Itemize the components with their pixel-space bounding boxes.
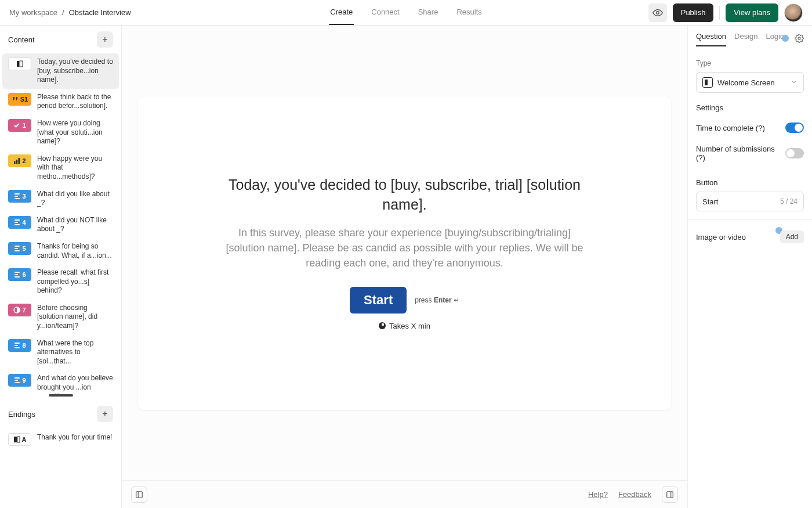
sidebar-item-question[interactable]: 6Please recall: what first compelled yo.… bbox=[2, 264, 119, 300]
breadcrumb-separator: / bbox=[62, 8, 64, 17]
svg-rect-8 bbox=[14, 437, 17, 442]
canvas-footer: Help? Feedback bbox=[122, 480, 687, 508]
breadcrumb-project[interactable]: Obstacle Interview bbox=[69, 8, 131, 17]
sidebar-item-question[interactable]: Today, you've decided to [buy, subscribe… bbox=[2, 53, 119, 89]
question-number: 9 bbox=[22, 377, 26, 384]
question-title-text: What did you NOT like about _? bbox=[37, 216, 113, 234]
divider bbox=[719, 6, 720, 20]
publish-button[interactable]: Publish bbox=[673, 3, 714, 22]
settings-header-label: Settings bbox=[696, 103, 804, 112]
settings-section: Settings Time to complete (?) Number of … bbox=[696, 103, 804, 168]
question-type-badge: 7 bbox=[8, 304, 31, 316]
question-type-badge: 9 bbox=[8, 374, 31, 387]
canvas-wrap: Today, you've decided to [buy, subscribe… bbox=[122, 26, 687, 480]
welcome-title[interactable]: Today, you've decided to [buy, subscribe… bbox=[225, 175, 585, 215]
question-type-select[interactable]: Welcome Screen bbox=[696, 72, 804, 93]
tab-share[interactable]: Share bbox=[417, 0, 440, 25]
button-text-input[interactable]: Start 5 / 24 bbox=[696, 192, 804, 211]
press-prefix: press bbox=[415, 296, 434, 304]
feedback-link[interactable]: Feedback bbox=[618, 490, 651, 499]
time-to-complete-toggle[interactable] bbox=[785, 123, 804, 133]
question-type-badge: 1 bbox=[8, 119, 31, 132]
question-type-badge: 3 bbox=[8, 190, 31, 203]
breadcrumb: My workspace / Obstacle Interview bbox=[9, 8, 131, 17]
collapse-left-button[interactable] bbox=[131, 487, 147, 503]
add-media-button[interactable]: Add bbox=[780, 230, 804, 243]
canvas-card[interactable]: Today, you've decided to [buy, subscribe… bbox=[138, 96, 671, 410]
question-title-text: What did you like about _? bbox=[37, 190, 113, 208]
eye-icon bbox=[652, 8, 663, 18]
collapse-right-button[interactable] bbox=[662, 487, 678, 503]
time-to-complete-label: Time to complete (?) bbox=[696, 124, 765, 132]
rtab-design[interactable]: Design bbox=[734, 32, 757, 46]
sidebar-item-question[interactable]: 3What did you like about _? bbox=[2, 186, 119, 212]
question-number: S1 bbox=[20, 96, 28, 103]
question-title-text: How were you doing [what your soluti...i… bbox=[37, 119, 113, 146]
canvas-area: Today, you've decided to [buy, subscribe… bbox=[122, 26, 687, 508]
rtab-question[interactable]: Question bbox=[696, 32, 726, 46]
welcome-screen: Today, you've decided to [buy, subscribe… bbox=[225, 175, 585, 330]
question-number: 6 bbox=[22, 271, 26, 278]
breadcrumb-workspace[interactable]: My workspace bbox=[9, 8, 57, 17]
question-number: 5 bbox=[22, 245, 26, 252]
sidebar-item-question[interactable]: 1How were you doing [what your soluti...… bbox=[2, 115, 119, 150]
question-type-icon bbox=[16, 60, 23, 67]
question-type-badge: S1 bbox=[8, 93, 31, 106]
press-suffix: ↵ bbox=[452, 296, 459, 304]
sidebar-item-question[interactable]: 7Before choosing [solution name], did y.… bbox=[2, 300, 119, 335]
sidebar-item-question[interactable]: S1Please think back to the period befor.… bbox=[2, 89, 119, 115]
ending-badge-letter: A bbox=[22, 436, 27, 443]
question-type-icon bbox=[13, 219, 20, 226]
press-key: Enter bbox=[434, 296, 452, 304]
button-section: Button Start 5 / 24 bbox=[696, 178, 804, 211]
question-type-icon bbox=[13, 193, 20, 200]
sidebar-item-question[interactable]: 2How happy were you with that metho...me… bbox=[2, 150, 119, 186]
add-ending-button[interactable]: + bbox=[97, 406, 113, 422]
sidebar-item-question[interactable]: 8What were the top alternatives to [sol.… bbox=[2, 335, 119, 370]
avatar[interactable] bbox=[784, 3, 803, 22]
divider bbox=[688, 219, 812, 220]
tab-connect[interactable]: Connect bbox=[370, 0, 400, 25]
start-button[interactable]: Start bbox=[350, 287, 407, 314]
sidebar-item-question[interactable]: 9And what do you believe brought you ...… bbox=[2, 370, 119, 394]
sidebar-item-question[interactable]: 4What did you NOT like about _? bbox=[2, 212, 119, 238]
view-plans-button[interactable]: View plans bbox=[726, 3, 778, 22]
tab-create[interactable]: Create bbox=[329, 0, 354, 25]
question-type-icon bbox=[12, 96, 19, 103]
footer-right: Help? Feedback bbox=[588, 487, 678, 503]
question-type-icon bbox=[13, 307, 20, 314]
question-type-icon bbox=[13, 271, 20, 278]
button-section-label: Button bbox=[696, 178, 804, 187]
add-question-button[interactable]: + bbox=[97, 31, 113, 48]
button-text-value: Start bbox=[702, 197, 718, 206]
number-of-submissions-toggle[interactable] bbox=[785, 148, 804, 158]
rtab-logic[interactable]: Logic bbox=[766, 32, 784, 46]
svg-rect-5 bbox=[19, 158, 20, 164]
question-list[interactable]: Today, you've decided to [buy, subscribe… bbox=[0, 52, 121, 394]
question-type-badge: 6 bbox=[8, 268, 31, 281]
svg-rect-12 bbox=[667, 491, 673, 498]
content-header: Content + bbox=[0, 26, 121, 52]
settings-gear-button[interactable] bbox=[795, 34, 804, 45]
chevron-down-icon bbox=[791, 78, 798, 87]
start-row: Start press Enter ↵ bbox=[225, 287, 585, 314]
sidebar-item-question[interactable]: 5Thanks for being so candid. What, if a.… bbox=[2, 238, 119, 264]
preview-button[interactable] bbox=[648, 3, 667, 22]
panel-left-icon bbox=[135, 491, 143, 499]
svg-rect-9 bbox=[17, 437, 20, 442]
endings-list: A Thank you for your time! bbox=[0, 427, 121, 508]
main-nav: Create Connect Share Results bbox=[329, 0, 483, 25]
welcome-description[interactable]: In this survey, please share your experi… bbox=[225, 225, 585, 271]
question-type-badge bbox=[8, 57, 31, 70]
tab-results[interactable]: Results bbox=[455, 0, 483, 25]
ending-title-text: Thank you for your time! bbox=[37, 433, 112, 446]
svg-rect-4 bbox=[16, 160, 18, 164]
help-link[interactable]: Help? bbox=[588, 490, 608, 499]
thankyou-icon bbox=[13, 436, 20, 443]
ending-item[interactable]: A Thank you for your time! bbox=[2, 429, 119, 450]
time-to-complete-display: Takes X min bbox=[225, 322, 585, 330]
image-video-section: Image or video Add bbox=[696, 230, 804, 243]
svg-point-0 bbox=[656, 11, 659, 14]
question-title-text: What were the top alternatives to [sol..… bbox=[37, 339, 113, 366]
svg-point-14 bbox=[798, 37, 800, 39]
